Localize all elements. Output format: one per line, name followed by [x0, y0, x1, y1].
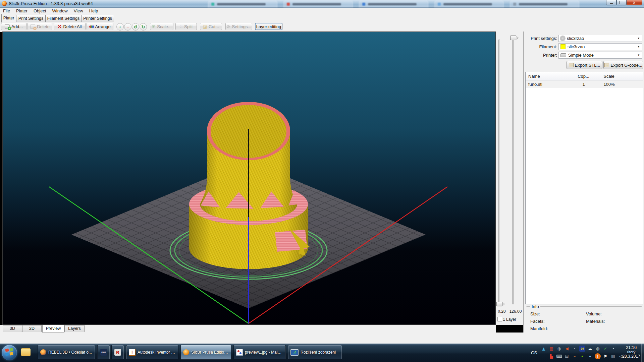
tab-filament-settings[interactable]: Filament Settings — [46, 15, 81, 22]
language-indicator[interactable]: CS — [531, 344, 537, 362]
kmp-icon: KMP — [100, 349, 107, 356]
taskbar-button-rebel[interactable]: REBEL 3D • Odeslat o... — [38, 345, 95, 360]
taskbar-button-r[interactable]: R — [111, 345, 124, 360]
menu-plater[interactable]: Plater — [13, 8, 31, 13]
windows-flag-icon — [5, 348, 9, 352]
column-header-scale[interactable]: Scale — [594, 72, 624, 80]
delete-all-button[interactable]: ✕ Delete All — [54, 23, 86, 30]
taskbar-button-slic3r[interactable]: Slic3r Prusa Edition - ... — [180, 345, 231, 360]
layer-slider-max-track[interactable] — [512, 40, 514, 304]
layer-slider-max-handle[interactable] — [510, 36, 516, 40]
printer-select[interactable]: Simple Mode ▼ — [558, 52, 642, 59]
one-layer-checkbox[interactable] — [497, 317, 502, 321]
menu-view[interactable]: View — [71, 8, 86, 13]
network-tray-icon[interactable]: ▥ — [610, 353, 616, 359]
delete-button[interactable]: − Delete — [28, 23, 52, 30]
table-header-row: Name Cop... Scale — [526, 72, 643, 80]
column-header-name[interactable]: Name — [526, 72, 573, 80]
info-manifold-label: Manifold: — [530, 326, 548, 331]
arrange-icon — [89, 25, 93, 28]
view-tab-layers[interactable]: Layers — [64, 325, 85, 332]
printer-label: Printer: — [524, 53, 557, 58]
maximize-button[interactable] — [616, 0, 626, 5]
nvidia-tray-icon[interactable]: ◕ — [579, 353, 585, 359]
horn-tray-icon[interactable]: ◀ — [564, 346, 570, 352]
view-tab-preview[interactable]: Preview — [42, 325, 64, 333]
tab-plater[interactable]: Plater — [1, 14, 16, 22]
taskbar-button-display-settings[interactable]: ◿ Rozlišení zobrazení — [288, 345, 342, 360]
camera-tray-icon[interactable]: ◎ — [556, 346, 562, 352]
settings-gear-icon: ⚙ — [226, 24, 230, 29]
menu-file[interactable]: File — [0, 8, 13, 13]
pdf-tray-icon[interactable]: ▙ — [548, 353, 554, 359]
window-titlebar: Slic3r Prusa Edition - 1.33.8-prusa3d-wi… — [0, 0, 644, 8]
export-stl-button[interactable]: Export STL... — [567, 61, 602, 69]
close-button[interactable]: × — [626, 0, 642, 5]
taskbar-button-inventor[interactable]: I Autodesk Inventor Pr... — [126, 345, 178, 360]
taskbar-button-paint[interactable]: preview1.jpg - Malov... — [233, 345, 286, 360]
drive-tray-icon[interactable]: ▤ — [564, 353, 570, 359]
layer-slider-min-track[interactable] — [498, 40, 500, 304]
split-button[interactable]: ∷ Split — [175, 23, 197, 30]
red-grid-tray-icon[interactable]: ▦ — [548, 346, 554, 352]
view-tab-3d[interactable]: 3D — [3, 325, 22, 332]
inventor-icon: I — [129, 349, 136, 356]
cloud-tray-icon[interactable]: ☁ — [587, 346, 593, 352]
view-tab-2d[interactable]: 2D — [22, 325, 42, 332]
export-gcode-button[interactable]: Export G-code... — [603, 61, 643, 69]
background-tab — [208, 1, 277, 7]
explorer-taskbar-icon[interactable] — [21, 349, 31, 356]
tab-printer-settings[interactable]: Printer Settings — [81, 15, 114, 22]
export-icon — [569, 63, 574, 67]
add-button[interactable]: + Add... — [1, 23, 26, 30]
rotate-cw-button[interactable]: ↻ — [140, 23, 147, 31]
cut-icon: ◪ — [203, 24, 207, 29]
table-row[interactable]: funo.stl 1 100% — [526, 80, 643, 88]
autodesk-tray-icon[interactable]: ◭ — [541, 346, 547, 352]
taskbar-clock[interactable]: 21:16 úterý 28.3.2017 — [621, 344, 642, 359]
filament-select[interactable]: slic3rzao ▼ — [558, 43, 642, 50]
chevron-down-icon: ▼ — [637, 45, 640, 48]
object-name-cell: funo.stl — [526, 82, 573, 87]
menu-window[interactable]: Window — [49, 8, 71, 13]
steam-tray-icon[interactable]: ◔ — [610, 346, 616, 352]
alert-tray-icon[interactable]: ! — [595, 353, 601, 359]
export-icon — [604, 63, 609, 67]
java-tray-icon[interactable]: ◒ — [572, 353, 578, 359]
menu-help[interactable]: Help — [86, 8, 101, 13]
rotate-ccw-button[interactable]: ↺ — [132, 23, 139, 31]
info-box: Info Size: Volume: Facets: Materials: Ma… — [526, 306, 642, 334]
3d-viewport[interactable] — [3, 32, 495, 324]
flag-tray-icon[interactable]: ⚑ — [602, 353, 608, 359]
remove-copy-button[interactable]: − — [124, 23, 131, 31]
globe-tray-icon[interactable]: ● — [587, 353, 593, 359]
menu-object[interactable]: Object — [31, 8, 49, 13]
monitor-99-tray-icon[interactable]: 99 — [579, 346, 585, 352]
taskbar-button-kmp[interactable]: KMP — [97, 345, 110, 360]
settings-button[interactable]: ⚙ Settings... — [225, 23, 252, 30]
layer-slider-min-handle[interactable] — [496, 302, 502, 306]
chevron-down-icon: ▼ — [637, 37, 640, 40]
disc-tray-icon[interactable]: ◍ — [595, 346, 601, 352]
keyboard-tray-icon[interactable]: ⌨ — [556, 353, 562, 359]
start-button[interactable] — [2, 345, 17, 360]
layer-editing-button[interactable]: Layer editing — [255, 23, 282, 30]
column-header-copies[interactable]: Cop... — [573, 72, 594, 80]
scale-button[interactable]: ⊞ Scale... — [150, 23, 173, 30]
view-tab-bar: 3D 2D Preview Layers — [0, 325, 496, 333]
add-copy-button[interactable]: + — [116, 23, 124, 31]
info-facets-label: Facets: — [530, 319, 545, 324]
cut-button[interactable]: ◪ Cut... — [200, 23, 222, 30]
arrange-button[interactable]: Arrange — [87, 23, 113, 30]
gear-icon — [560, 36, 565, 41]
settings-panel: Print settings: slic3rzao ▼ Filament: sl… — [523, 32, 644, 339]
show-desktop-button[interactable] — [641, 344, 644, 362]
minimize-button[interactable] — [606, 0, 616, 5]
tab-print-settings[interactable]: Print Settings — [16, 15, 46, 22]
tab-favicon — [438, 3, 441, 6]
print-settings-select[interactable]: slic3rzao ▼ — [558, 35, 642, 42]
r-icon: R — [114, 349, 121, 356]
grey-box-tray-icon[interactable]: ▪ — [572, 346, 578, 352]
layer-slider-strip: 0.20 126.00 1 Layer — [496, 32, 523, 325]
usb-check-tray-icon[interactable]: ✓ — [602, 346, 608, 352]
